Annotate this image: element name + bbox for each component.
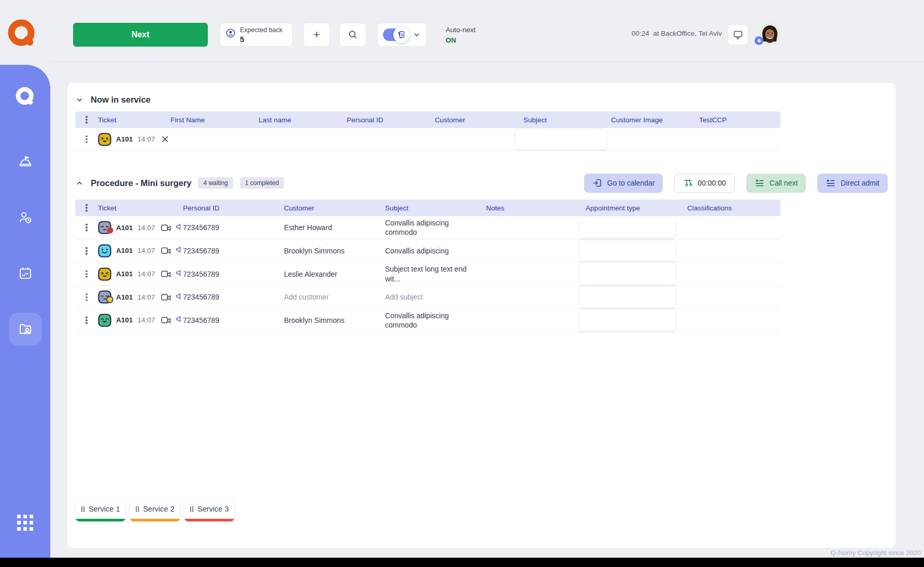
main-panel: Now in service Ticket First Name Last na…: [67, 83, 895, 548]
appointment-type-placeholder: [579, 310, 675, 331]
video-call-icon[interactable]: [161, 268, 172, 279]
expected-back-card[interactable]: Expected back 5: [220, 23, 293, 47]
empty-cell-placeholder: [516, 129, 606, 149]
notification-bell-badge[interactable]: [755, 36, 763, 45]
session-clock: 00:24: [632, 30, 649, 37]
row-menu-icon[interactable]: [81, 222, 92, 233]
sidebar-item-customer-records[interactable]: [9, 313, 42, 346]
close-ticket-icon[interactable]: [162, 136, 168, 143]
tab-service-3[interactable]: Service 3: [184, 499, 234, 521]
timer-button[interactable]: 00:00:00: [674, 174, 735, 193]
column-header[interactable]: Notes: [486, 204, 586, 212]
column-header[interactable]: Subject: [385, 204, 486, 212]
go-to-calendar-button[interactable]: Go to calendar: [584, 174, 663, 193]
subject-cell[interactable]: Add subject: [385, 290, 486, 304]
row-menu-icon[interactable]: [81, 134, 92, 145]
now-in-service-table: Ticket First Name Last name Personal ID …: [75, 111, 780, 151]
plus-icon: +: [314, 28, 320, 41]
tab-service-2[interactable]: Service 2: [130, 499, 180, 521]
monitor-button[interactable]: [728, 24, 748, 45]
call-next-button[interactable]: Call next: [746, 174, 806, 193]
ticket-number: A101: [116, 135, 133, 143]
direct-admit-button[interactable]: Direct admit: [817, 174, 888, 193]
next-button[interactable]: Next: [73, 23, 208, 47]
service-tab-label: Service 1: [89, 505, 120, 513]
now-in-service-header: Now in service: [75, 83, 888, 105]
column-header[interactable]: First Name: [170, 116, 259, 124]
auto-next-state: ON: [446, 35, 476, 46]
call-next-label: Call next: [770, 179, 798, 187]
column-header[interactable]: Appointment type: [586, 204, 687, 212]
drag-handle-icon: [81, 506, 85, 512]
personal-id-cell: 723456789: [183, 316, 284, 324]
service-tab-label: Service 2: [143, 505, 174, 513]
wink-face-icon: [98, 267, 111, 281]
ticket-row[interactable]: A10114:07723456789Brooklyn SimmonsConval…: [75, 239, 780, 262]
column-header[interactable]: Last name: [259, 116, 347, 124]
session-clock-location: 00:24 at BackOffice, Tel Aviv: [632, 30, 722, 37]
collapse-section-icon[interactable]: [75, 179, 84, 188]
sidebar-item-calendar[interactable]: [9, 257, 42, 290]
pendulum-timer-icon: [683, 178, 693, 188]
collapse-section-icon[interactable]: [75, 95, 84, 104]
call-next-icon: [755, 178, 765, 188]
table-menu-icon[interactable]: [81, 115, 92, 125]
row-menu-icon[interactable]: [81, 246, 92, 256]
subject-cell: Convallis adipiscing commodo: [385, 216, 486, 239]
ticket-row[interactable]: A10114:07723456789Brooklyn SimmonsConval…: [75, 309, 780, 332]
customer-cell: Leslie Alexander: [284, 270, 385, 278]
monitor-icon: [732, 29, 744, 40]
search-button[interactable]: [339, 23, 366, 47]
sleeping-face-waiting-icon: [98, 290, 111, 304]
expected-back-person-icon: [225, 28, 236, 40]
video-call-icon[interactable]: [161, 292, 172, 303]
column-header[interactable]: Subject: [523, 116, 611, 124]
completed-badge: 1 completed: [240, 177, 284, 189]
service-color-bar: [130, 519, 180, 521]
column-header[interactable]: Classifications: [687, 204, 780, 212]
table-menu-icon[interactable]: [81, 203, 92, 213]
customer-cell[interactable]: Add customer: [284, 293, 385, 301]
ticket-number: A101: [116, 270, 133, 278]
sidebar-item-staff-availability[interactable]: [9, 201, 42, 234]
video-call-icon[interactable]: [161, 222, 172, 233]
pages-icon: [393, 26, 410, 43]
tab-service-1[interactable]: Service 1: [76, 499, 125, 521]
ticket-row[interactable]: A10114:07723456789Add customerAdd subjec…: [75, 286, 780, 309]
appointment-type-placeholder: [579, 240, 675, 261]
in-service-row[interactable]: A101 14:07: [75, 128, 780, 151]
auto-next-label: Auto-next: [446, 25, 476, 35]
column-header[interactable]: Customer: [284, 204, 385, 212]
service-color-bar: [76, 519, 125, 521]
customer-cell: Esther Howard: [284, 223, 385, 232]
column-header[interactable]: Personal ID: [347, 116, 435, 124]
sidebar-item-service-bell[interactable]: [9, 145, 42, 178]
ticket-time: 14:07: [137, 135, 155, 143]
now-in-service-title: Now in service: [91, 95, 151, 105]
happy-face-icon: [98, 314, 111, 327]
personal-id-cell: 723456789: [183, 293, 284, 301]
apps-grid-button[interactable]: [0, 515, 50, 531]
drag-handle-icon: [136, 506, 139, 512]
row-menu-icon[interactable]: [81, 315, 92, 325]
video-call-icon[interactable]: [161, 245, 172, 256]
add-button[interactable]: +: [303, 23, 330, 47]
column-header[interactable]: Customer Image: [611, 116, 699, 124]
ticket-row[interactable]: A10114:07723456789Leslie AlexanderSubjec…: [75, 262, 780, 286]
column-header[interactable]: Personal ID: [183, 204, 284, 212]
calendar-icon: [18, 266, 33, 280]
mode-toggle[interactable]: [383, 29, 406, 41]
row-menu-icon[interactable]: [81, 269, 92, 279]
column-header[interactable]: Customer: [435, 116, 523, 124]
wink-face-icon: [98, 133, 111, 146]
ticket-time: 14:07: [137, 270, 155, 278]
waiting-badge: 4 waiting: [198, 177, 233, 189]
column-header[interactable]: TestCCP: [699, 116, 780, 124]
column-header[interactable]: Ticket: [98, 204, 183, 212]
procedure-header: Procedure - Mini surgery 4 waiting 1 com…: [75, 173, 888, 193]
video-call-icon[interactable]: [161, 315, 172, 325]
mode-toggle-card[interactable]: [377, 23, 427, 47]
column-header[interactable]: Ticket: [98, 116, 170, 124]
ticket-row[interactable]: A10114:07723456789Esther HowardConvallis…: [75, 216, 780, 239]
row-menu-icon[interactable]: [81, 292, 92, 302]
